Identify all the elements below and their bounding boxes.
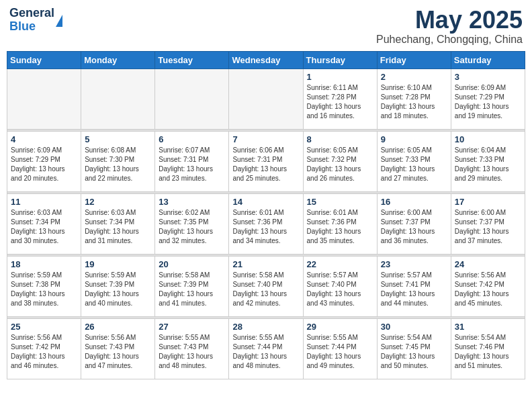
day-info: Sunrise: 6:05 AM Sunset: 7:33 PM Dayligh… xyxy=(381,146,447,183)
calendar-table: SundayMondayTuesdayWednesdayThursdayFrid… xyxy=(7,51,525,379)
calendar-cell: 1Sunrise: 6:11 AM Sunset: 7:28 PM Daylig… xyxy=(303,68,377,129)
day-number: 24 xyxy=(455,259,521,269)
calendar-cell xyxy=(81,68,155,129)
calendar-cell: 9Sunrise: 6:05 AM Sunset: 7:33 PM Daylig… xyxy=(377,131,451,191)
calendar-cell: 27Sunrise: 5:55 AM Sunset: 7:43 PM Dayli… xyxy=(155,318,229,379)
calendar-cell: 24Sunrise: 5:56 AM Sunset: 7:42 PM Dayli… xyxy=(451,256,525,316)
day-number: 2 xyxy=(381,72,447,82)
weekday-header-tuesday: Tuesday xyxy=(155,51,229,68)
day-info: Sunrise: 5:55 AM Sunset: 7:44 PM Dayligh… xyxy=(232,333,299,371)
location-title: Puhechang, Chongqing, China xyxy=(376,34,523,46)
calendar-cell xyxy=(155,68,229,129)
weekday-header-friday: Friday xyxy=(377,51,451,68)
calendar-cell: 5Sunrise: 6:08 AM Sunset: 7:30 PM Daylig… xyxy=(81,131,155,191)
day-info: Sunrise: 5:56 AM Sunset: 7:42 PM Dayligh… xyxy=(455,271,521,308)
calendar-cell: 18Sunrise: 5:59 AM Sunset: 7:38 PM Dayli… xyxy=(7,256,81,316)
day-info: Sunrise: 5:58 AM Sunset: 7:39 PM Dayligh… xyxy=(159,271,225,308)
calendar-cell: 22Sunrise: 5:57 AM Sunset: 7:40 PM Dayli… xyxy=(303,256,377,316)
day-number: 21 xyxy=(232,259,299,269)
day-info: Sunrise: 6:03 AM Sunset: 7:34 PM Dayligh… xyxy=(85,208,151,246)
title-block: May 2025 Puhechang, Chongqing, China xyxy=(376,7,523,46)
calendar-cell: 12Sunrise: 6:03 AM Sunset: 7:34 PM Dayli… xyxy=(81,193,155,254)
month-title: May 2025 xyxy=(376,7,523,34)
calendar-cell: 23Sunrise: 5:57 AM Sunset: 7:41 PM Dayli… xyxy=(377,256,451,316)
day-info: Sunrise: 6:10 AM Sunset: 7:28 PM Dayligh… xyxy=(381,83,447,121)
day-info: Sunrise: 6:11 AM Sunset: 7:28 PM Dayligh… xyxy=(307,83,373,121)
calendar-cell: 15Sunrise: 6:01 AM Sunset: 7:36 PM Dayli… xyxy=(303,193,377,254)
calendar-cell: 25Sunrise: 5:56 AM Sunset: 7:42 PM Dayli… xyxy=(7,318,81,379)
day-number: 23 xyxy=(381,259,447,269)
calendar-cell: 7Sunrise: 6:06 AM Sunset: 7:31 PM Daylig… xyxy=(229,131,303,191)
calendar-cell: 16Sunrise: 6:00 AM Sunset: 7:37 PM Dayli… xyxy=(377,193,451,254)
day-number: 1 xyxy=(307,72,373,82)
day-number: 13 xyxy=(159,197,225,207)
weekday-header-row: SundayMondayTuesdayWednesdayThursdayFrid… xyxy=(7,51,525,68)
day-number: 8 xyxy=(307,134,373,144)
day-number: 28 xyxy=(232,322,299,332)
day-info: Sunrise: 6:01 AM Sunset: 7:36 PM Dayligh… xyxy=(232,208,299,246)
day-info: Sunrise: 5:55 AM Sunset: 7:43 PM Dayligh… xyxy=(159,333,225,371)
weekday-header-saturday: Saturday xyxy=(451,51,525,68)
calendar-cell: 26Sunrise: 5:56 AM Sunset: 7:43 PM Dayli… xyxy=(81,318,155,379)
day-info: Sunrise: 5:59 AM Sunset: 7:39 PM Dayligh… xyxy=(85,271,151,308)
day-info: Sunrise: 6:09 AM Sunset: 7:29 PM Dayligh… xyxy=(455,83,521,121)
day-number: 6 xyxy=(159,134,225,144)
calendar-cell: 11Sunrise: 6:03 AM Sunset: 7:34 PM Dayli… xyxy=(7,193,81,254)
day-info: Sunrise: 6:01 AM Sunset: 7:36 PM Dayligh… xyxy=(307,208,373,246)
day-number: 30 xyxy=(381,322,447,332)
day-info: Sunrise: 6:04 AM Sunset: 7:33 PM Dayligh… xyxy=(455,146,521,183)
calendar-cell: 28Sunrise: 5:55 AM Sunset: 7:44 PM Dayli… xyxy=(229,318,303,379)
day-info: Sunrise: 6:06 AM Sunset: 7:31 PM Dayligh… xyxy=(232,146,299,183)
weekday-header-sunday: Sunday xyxy=(7,51,81,68)
logo-triangle-icon xyxy=(56,15,62,27)
calendar-cell: 19Sunrise: 5:59 AM Sunset: 7:39 PM Dayli… xyxy=(81,256,155,316)
page-header: General Blue May 2025 Puhechang, Chongqi… xyxy=(7,7,525,46)
day-number: 27 xyxy=(159,322,225,332)
day-number: 5 xyxy=(85,134,151,144)
day-info: Sunrise: 5:57 AM Sunset: 7:40 PM Dayligh… xyxy=(307,271,373,308)
weekday-header-monday: Monday xyxy=(81,51,155,68)
calendar-week-row: 11Sunrise: 6:03 AM Sunset: 7:34 PM Dayli… xyxy=(7,193,525,254)
day-number: 12 xyxy=(85,197,151,207)
day-number: 9 xyxy=(381,134,447,144)
day-info: Sunrise: 5:58 AM Sunset: 7:40 PM Dayligh… xyxy=(232,271,299,308)
day-number: 25 xyxy=(11,322,77,332)
day-number: 19 xyxy=(85,259,151,269)
logo-general-text: General xyxy=(9,7,54,20)
day-info: Sunrise: 5:57 AM Sunset: 7:41 PM Dayligh… xyxy=(381,271,447,308)
day-info: Sunrise: 6:03 AM Sunset: 7:34 PM Dayligh… xyxy=(11,208,77,246)
day-info: Sunrise: 6:07 AM Sunset: 7:31 PM Dayligh… xyxy=(159,146,225,183)
day-info: Sunrise: 5:59 AM Sunset: 7:38 PM Dayligh… xyxy=(11,271,77,308)
calendar-cell: 4Sunrise: 6:09 AM Sunset: 7:29 PM Daylig… xyxy=(7,131,81,191)
day-number: 4 xyxy=(11,134,77,144)
weekday-header-wednesday: Wednesday xyxy=(229,51,303,68)
day-number: 31 xyxy=(455,322,521,332)
day-number: 11 xyxy=(11,197,77,207)
day-info: Sunrise: 5:55 AM Sunset: 7:44 PM Dayligh… xyxy=(307,333,373,371)
calendar-cell: 31Sunrise: 5:54 AM Sunset: 7:46 PM Dayli… xyxy=(451,318,525,379)
calendar-cell xyxy=(7,68,81,129)
day-number: 26 xyxy=(85,322,151,332)
calendar-cell: 21Sunrise: 5:58 AM Sunset: 7:40 PM Dayli… xyxy=(229,256,303,316)
calendar-week-row: 1Sunrise: 6:11 AM Sunset: 7:28 PM Daylig… xyxy=(7,68,525,129)
day-info: Sunrise: 5:56 AM Sunset: 7:43 PM Dayligh… xyxy=(85,333,151,371)
day-info: Sunrise: 6:02 AM Sunset: 7:35 PM Dayligh… xyxy=(159,208,225,246)
calendar-week-row: 25Sunrise: 5:56 AM Sunset: 7:42 PM Dayli… xyxy=(7,318,525,379)
day-number: 20 xyxy=(159,259,225,269)
day-number: 16 xyxy=(381,197,447,207)
day-number: 15 xyxy=(307,197,373,207)
calendar-cell: 2Sunrise: 6:10 AM Sunset: 7:28 PM Daylig… xyxy=(377,68,451,129)
day-info: Sunrise: 5:54 AM Sunset: 7:45 PM Dayligh… xyxy=(381,333,447,371)
day-info: Sunrise: 5:56 AM Sunset: 7:42 PM Dayligh… xyxy=(11,333,77,371)
logo: General Blue xyxy=(9,7,62,34)
day-number: 17 xyxy=(455,197,521,207)
calendar-cell: 17Sunrise: 6:00 AM Sunset: 7:37 PM Dayli… xyxy=(451,193,525,254)
calendar-cell: 8Sunrise: 6:05 AM Sunset: 7:32 PM Daylig… xyxy=(303,131,377,191)
calendar-cell: 10Sunrise: 6:04 AM Sunset: 7:33 PM Dayli… xyxy=(451,131,525,191)
calendar-cell: 30Sunrise: 5:54 AM Sunset: 7:45 PM Dayli… xyxy=(377,318,451,379)
calendar-week-row: 4Sunrise: 6:09 AM Sunset: 7:29 PM Daylig… xyxy=(7,131,525,191)
calendar-cell: 14Sunrise: 6:01 AM Sunset: 7:36 PM Dayli… xyxy=(229,193,303,254)
day-number: 3 xyxy=(455,72,521,82)
calendar-cell: 13Sunrise: 6:02 AM Sunset: 7:35 PM Dayli… xyxy=(155,193,229,254)
day-number: 18 xyxy=(11,259,77,269)
